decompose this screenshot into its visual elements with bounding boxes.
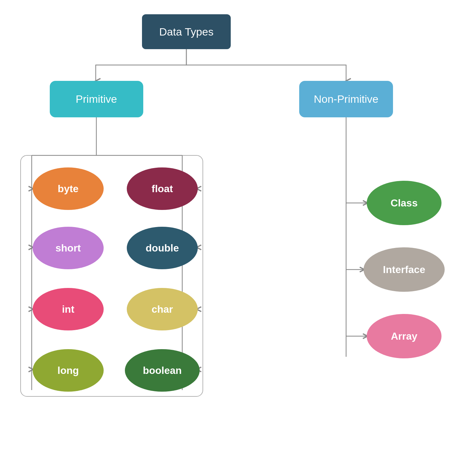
short-label: short (55, 242, 81, 254)
primitive-label: Primitive (76, 93, 117, 105)
diagram: Data Types Primitive Non-Primitive (0, 0, 464, 476)
root-label: Data Types (159, 26, 213, 38)
double-label: double (146, 242, 179, 254)
interface-label: Interface (383, 264, 425, 275)
root-to-nonprimitive-connector (186, 49, 346, 81)
int-label: int (62, 303, 74, 315)
long-label: long (57, 365, 79, 376)
byte-label: byte (58, 183, 79, 194)
array-label: Array (391, 330, 417, 342)
nonprimitive-label: Non-Primitive (314, 93, 378, 105)
boolean-label: boolean (143, 365, 182, 376)
root-to-primitive-connector (96, 49, 186, 81)
char-label: char (151, 303, 173, 315)
class-label: Class (390, 197, 417, 209)
float-label: float (151, 183, 173, 194)
